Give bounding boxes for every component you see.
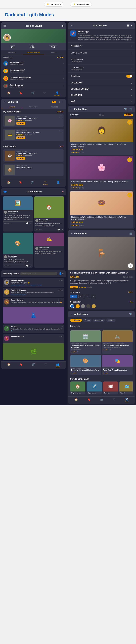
nav-social[interactable]: 👥Social: [56, 363, 60, 368]
nav-cart[interactable]: 🛒: [31, 181, 34, 186]
scroll-card-travel[interactable]: 🗺️ Travel: [119, 382, 133, 394]
color-selection-item[interactable]: Color Selection In color templates ›: [68, 64, 135, 73]
dark-mode-toggle[interactable]: [126, 75, 132, 78]
back-icon[interactable]: ←: [70, 232, 73, 235]
move-to-button[interactable]: MOVE TO: [16, 122, 25, 124]
nav-home[interactable]: 🏠: [7, 363, 11, 368]
order-item[interactable]: 🛍️ Your order 34567 Delivered successful…: [1, 60, 65, 67]
settings-menu-icon[interactable]: ☰: [127, 24, 129, 27]
search-input[interactable]: [20, 272, 57, 275]
tab-active[interactable]: ACTIVE: [1, 105, 23, 109]
tab-sightseeing[interactable]: Sightseeing: [93, 319, 105, 322]
nav-wishlist[interactable]: ♡: [43, 91, 46, 96]
tab-address[interactable]: ADDRESS: [44, 50, 65, 55]
add-to-cart-button[interactable]: 🛒: [127, 193, 132, 198]
nav-account[interactable]: 👤Account: [54, 91, 60, 96]
help-button[interactable]: HELP: [128, 291, 133, 293]
scroll-card-experiences[interactable]: ✈️ Experiences: [87, 382, 102, 394]
tab-center[interactable]: Center: [83, 319, 92, 322]
wishlist-checkbox[interactable]: [60, 130, 62, 132]
back-icon[interactable]: ←: [70, 24, 73, 27]
tab-orders-history[interactable]: ORDERS HISTORY: [23, 50, 44, 55]
color-orange[interactable]: [76, 304, 80, 308]
nav-wishlist[interactable]: ♡: [44, 363, 47, 368]
day-mode-button[interactable]: ☀️ DAYMODE: [44, 2, 63, 6]
back-icon[interactable]: ←: [70, 313, 73, 316]
search-icon[interactable]: 🔍: [124, 108, 128, 110]
cart-icon[interactable]: 🛒: [129, 108, 133, 110]
nav-bookmarks[interactable]: 🔖: [20, 363, 23, 368]
add-person-icon[interactable]: 👤+: [59, 272, 63, 275]
nav-bookmarks[interactable]: 🔖: [87, 398, 91, 402]
comment-icon[interactable]: 💬: [26, 265, 29, 267]
nav-travel[interactable]: ✈️Travel: [125, 398, 129, 402]
nav-wishlist[interactable]: ♡: [113, 398, 115, 402]
experiences-section-row[interactable]: Experiences ›: [68, 323, 135, 329]
size-xxs[interactable]: XXS: [70, 295, 77, 298]
airbnb-card[interactable]: 🎭 MAFIA · POLAND Artist Tour Around Amst…: [102, 355, 133, 375]
add-icon[interactable]: +: [62, 190, 63, 194]
color-gold[interactable]: [92, 304, 96, 308]
tab-nightlife[interactable]: Nightlife: [106, 319, 116, 322]
color-gray[interactable]: [81, 304, 85, 308]
color-dark[interactable]: [86, 304, 90, 308]
night-mode-button[interactable]: 🌙 NIGHTMODE: [70, 2, 92, 6]
back-icon[interactable]: ←: [70, 108, 73, 110]
map-section[interactable]: MAP ∨: [68, 98, 135, 104]
size-xs[interactable]: XS: [78, 295, 84, 298]
nav-cart[interactable]: 🛒: [100, 398, 104, 402]
heart-button[interactable]: ♡: [128, 263, 133, 268]
airbnb-card[interactable]: 🏢 ARCHITECTURE · SPAIN Trendy Building T…: [70, 330, 101, 354]
nav-cart[interactable]: 🛒: [31, 91, 35, 96]
grid-view-icon[interactable]: ⊞: [99, 114, 101, 116]
cancel-button[interactable]: CANCEL: [57, 111, 63, 112]
back-icon[interactable]: ←: [3, 100, 6, 104]
close-icon[interactable]: ✕: [130, 24, 133, 27]
nav-cart[interactable]: 🛒: [32, 363, 35, 368]
airbnb-card[interactable]: 🚲 ARCHITECTURE · NETHERLANDS Bicycle Tou…: [102, 330, 133, 354]
order-returned[interactable]: ⭕ Order Returned Unsuccessful delivery ›: [1, 82, 65, 90]
hamburger-icon[interactable]: ☰: [3, 24, 6, 28]
nav-bookmarks[interactable]: 🔖: [19, 91, 22, 96]
add-to-cart-button[interactable]: 🛒: [127, 120, 132, 124]
calendar-section[interactable]: CALENDAR ∨: [68, 92, 135, 98]
tab-nearby[interactable]: 📍 Nearby: [70, 319, 82, 322]
scroll-card-eateries[interactable]: 🍽️ Eateries: [103, 382, 118, 394]
filter-button[interactable]: FILTER: [124, 114, 133, 116]
edit-button[interactable]: EDIT: [60, 146, 63, 148]
nav-home[interactable]: 🏠: [75, 398, 78, 402]
move-to-button[interactable]: MOVE TO: [16, 157, 25, 160]
font-selection-item[interactable]: Font Selection In font templates ›: [68, 56, 135, 64]
nav-wishlist-active[interactable]: ♡Wishlist: [43, 181, 48, 186]
comment-icon[interactable]: 💬: [57, 228, 60, 231]
nav-person[interactable]: 👤: [56, 181, 60, 186]
search-icon[interactable]: 🔍: [129, 312, 133, 316]
share-icon[interactable]: ↗: [30, 265, 32, 267]
tab-finished[interactable]: FINISHED: [44, 105, 65, 109]
content-screen-section[interactable]: CONTENT SCREEN ∨: [68, 86, 135, 92]
size-m[interactable]: M: [91, 295, 96, 298]
share-icon[interactable]: ↗: [30, 222, 32, 224]
checkout-section[interactable]: CHECKOUT ∨: [68, 80, 135, 86]
nav-home[interactable]: 🏠: [7, 91, 10, 96]
nav-bookmarks[interactable]: 🔖: [19, 181, 22, 186]
tab-upcoming[interactable]: UPCOMING: [23, 105, 44, 109]
plus-icon[interactable]: +: [59, 100, 60, 103]
size-s[interactable]: S: [85, 295, 90, 298]
order-item[interactable]: 🛍️ Your order 34567 Delivered successful…: [1, 67, 65, 75]
list-view-icon[interactable]: ☰: [102, 114, 104, 116]
grid-icon[interactable]: ⊞: [61, 24, 63, 27]
clear-button[interactable]: CLEAR: [57, 56, 63, 58]
add-to-cart-button[interactable]: 🛒: [127, 158, 132, 162]
share-icon[interactable]: ↗: [61, 228, 63, 231]
nav-home[interactable]: 🏠: [7, 181, 10, 186]
dots-icon[interactable]: ⋯: [61, 100, 63, 103]
order-claimed[interactable]: ⭕ Claimed Super Discount Delivered succe…: [1, 75, 65, 82]
color-blue[interactable]: [70, 304, 74, 308]
move-to-button[interactable]: MOVE TO: [16, 136, 25, 139]
wishlist-checkbox[interactable]: [60, 116, 62, 118]
comment-icon[interactable]: 💬: [26, 222, 29, 224]
tab-account[interactable]: ACCOUNT: [1, 50, 23, 55]
website-link-item[interactable]: Website Link ›: [68, 43, 135, 50]
cart-icon[interactable]: 🛒: [129, 232, 133, 235]
